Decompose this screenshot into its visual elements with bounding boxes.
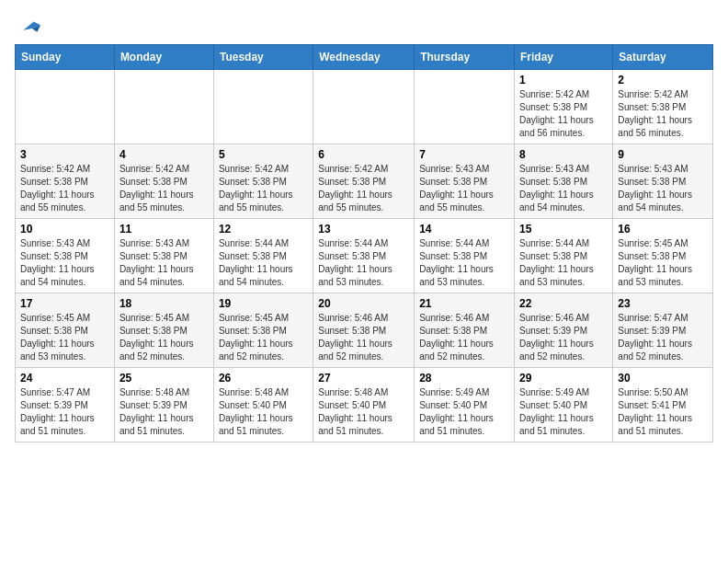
day-info: Sunrise: 5:42 AMSunset: 5:38 PMDaylight:… (318, 163, 409, 214)
day-number: 9 (618, 148, 708, 161)
calendar-cell: 8Sunrise: 5:43 AMSunset: 5:38 PMDaylight… (515, 144, 613, 219)
weekday-header-tuesday: Tuesday (213, 45, 313, 70)
day-number: 2 (618, 74, 708, 86)
calendar-header-row: SundayMondayTuesdayWednesdayThursdayFrid… (16, 45, 713, 70)
calendar-cell: 21Sunrise: 5:46 AMSunset: 5:38 PMDayligh… (415, 293, 515, 368)
calendar-cell (213, 70, 313, 144)
day-number: 23 (618, 297, 708, 310)
calendar-cell: 29Sunrise: 5:49 AMSunset: 5:40 PMDayligh… (515, 368, 613, 442)
day-number: 26 (219, 372, 308, 385)
weekday-header-saturday: Saturday (613, 45, 713, 70)
weekday-header-monday: Monday (114, 45, 213, 70)
calendar-cell: 30Sunrise: 5:50 AMSunset: 5:41 PMDayligh… (613, 368, 713, 442)
day-info: Sunrise: 5:46 AMSunset: 5:38 PMDaylight:… (419, 312, 509, 363)
day-number: 29 (519, 372, 608, 385)
calendar-cell: 7Sunrise: 5:43 AMSunset: 5:38 PMDaylight… (415, 144, 515, 219)
calendar-cell: 17Sunrise: 5:45 AMSunset: 5:38 PMDayligh… (16, 293, 115, 368)
day-number: 21 (419, 297, 509, 310)
weekday-header-sunday: Sunday (16, 45, 115, 70)
calendar-cell: 9Sunrise: 5:43 AMSunset: 5:38 PMDaylight… (613, 144, 713, 219)
page-header (15, 15, 713, 37)
day-info: Sunrise: 5:42 AMSunset: 5:38 PMDaylight:… (219, 163, 308, 214)
day-info: Sunrise: 5:43 AMSunset: 5:38 PMDaylight:… (20, 237, 109, 289)
calendar-table: SundayMondayTuesdayWednesdayThursdayFrid… (15, 44, 713, 442)
calendar-cell (313, 70, 415, 144)
day-number: 1 (519, 74, 608, 86)
calendar-cell: 15Sunrise: 5:44 AMSunset: 5:38 PMDayligh… (515, 219, 613, 293)
calendar-week-5: 24Sunrise: 5:47 AMSunset: 5:39 PMDayligh… (16, 368, 713, 442)
weekday-header-thursday: Thursday (415, 45, 515, 70)
day-number: 15 (519, 223, 608, 236)
calendar-week-2: 3Sunrise: 5:42 AMSunset: 5:38 PMDaylight… (16, 144, 713, 219)
day-number: 16 (618, 223, 708, 236)
day-number: 18 (119, 297, 209, 310)
day-info: Sunrise: 5:42 AMSunset: 5:38 PMDaylight:… (618, 88, 708, 140)
day-number: 13 (318, 223, 409, 236)
calendar-cell: 18Sunrise: 5:45 AMSunset: 5:38 PMDayligh… (114, 293, 213, 368)
day-info: Sunrise: 5:43 AMSunset: 5:38 PMDaylight:… (419, 163, 509, 214)
day-info: Sunrise: 5:44 AMSunset: 5:38 PMDaylight:… (219, 237, 308, 289)
calendar-cell (114, 70, 213, 144)
day-number: 7 (419, 148, 509, 161)
calendar-cell: 13Sunrise: 5:44 AMSunset: 5:38 PMDayligh… (313, 219, 415, 293)
day-info: Sunrise: 5:47 AMSunset: 5:39 PMDaylight:… (20, 386, 109, 438)
day-info: Sunrise: 5:42 AMSunset: 5:38 PMDaylight:… (20, 163, 109, 214)
day-info: Sunrise: 5:42 AMSunset: 5:38 PMDaylight:… (519, 88, 608, 140)
calendar-cell: 1Sunrise: 5:42 AMSunset: 5:38 PMDaylight… (515, 70, 613, 144)
day-info: Sunrise: 5:50 AMSunset: 5:41 PMDaylight:… (618, 386, 708, 438)
day-number: 3 (20, 148, 109, 161)
calendar-week-1: 1Sunrise: 5:42 AMSunset: 5:38 PMDaylight… (16, 70, 713, 144)
day-info: Sunrise: 5:46 AMSunset: 5:39 PMDaylight:… (519, 312, 608, 363)
day-number: 6 (318, 148, 409, 161)
day-info: Sunrise: 5:47 AMSunset: 5:39 PMDaylight:… (618, 312, 708, 363)
day-info: Sunrise: 5:43 AMSunset: 5:38 PMDaylight:… (119, 237, 209, 289)
day-info: Sunrise: 5:49 AMSunset: 5:40 PMDaylight:… (419, 386, 509, 438)
day-info: Sunrise: 5:42 AMSunset: 5:38 PMDaylight:… (119, 163, 209, 214)
day-info: Sunrise: 5:44 AMSunset: 5:38 PMDaylight:… (318, 237, 409, 289)
calendar-week-3: 10Sunrise: 5:43 AMSunset: 5:38 PMDayligh… (16, 219, 713, 293)
calendar-cell: 14Sunrise: 5:44 AMSunset: 5:38 PMDayligh… (415, 219, 515, 293)
weekday-header-friday: Friday (515, 45, 613, 70)
calendar-cell: 2Sunrise: 5:42 AMSunset: 5:38 PMDaylight… (613, 70, 713, 144)
calendar-cell: 23Sunrise: 5:47 AMSunset: 5:39 PMDayligh… (613, 293, 713, 368)
calendar-week-4: 17Sunrise: 5:45 AMSunset: 5:38 PMDayligh… (16, 293, 713, 368)
day-number: 14 (419, 223, 509, 236)
calendar-cell: 24Sunrise: 5:47 AMSunset: 5:39 PMDayligh… (16, 368, 115, 442)
calendar-cell (415, 70, 515, 144)
day-number: 17 (20, 297, 109, 310)
day-number: 10 (20, 223, 109, 236)
day-info: Sunrise: 5:45 AMSunset: 5:38 PMDaylight:… (20, 312, 109, 363)
calendar-cell: 19Sunrise: 5:45 AMSunset: 5:38 PMDayligh… (213, 293, 313, 368)
calendar-cell (16, 70, 115, 144)
calendar-cell: 27Sunrise: 5:48 AMSunset: 5:40 PMDayligh… (313, 368, 415, 442)
day-number: 19 (219, 297, 308, 310)
day-info: Sunrise: 5:49 AMSunset: 5:40 PMDaylight:… (519, 386, 608, 438)
logo (15, 15, 42, 37)
day-info: Sunrise: 5:43 AMSunset: 5:38 PMDaylight:… (519, 163, 608, 214)
calendar-cell: 6Sunrise: 5:42 AMSunset: 5:38 PMDaylight… (313, 144, 415, 219)
day-number: 22 (519, 297, 608, 310)
calendar-cell: 26Sunrise: 5:48 AMSunset: 5:40 PMDayligh… (213, 368, 313, 442)
calendar-cell: 12Sunrise: 5:44 AMSunset: 5:38 PMDayligh… (213, 219, 313, 293)
day-number: 24 (20, 372, 109, 385)
weekday-header-wednesday: Wednesday (313, 45, 415, 70)
calendar-cell: 11Sunrise: 5:43 AMSunset: 5:38 PMDayligh… (114, 219, 213, 293)
calendar-cell: 20Sunrise: 5:46 AMSunset: 5:38 PMDayligh… (313, 293, 415, 368)
day-number: 20 (318, 297, 409, 310)
day-info: Sunrise: 5:45 AMSunset: 5:38 PMDaylight:… (119, 312, 209, 363)
calendar-cell: 25Sunrise: 5:48 AMSunset: 5:39 PMDayligh… (114, 368, 213, 442)
day-number: 8 (519, 148, 608, 161)
day-number: 4 (119, 148, 209, 161)
day-info: Sunrise: 5:48 AMSunset: 5:40 PMDaylight:… (318, 386, 409, 438)
day-number: 5 (219, 148, 308, 161)
day-info: Sunrise: 5:46 AMSunset: 5:38 PMDaylight:… (318, 312, 409, 363)
calendar-cell: 3Sunrise: 5:42 AMSunset: 5:38 PMDaylight… (16, 144, 115, 219)
day-number: 28 (419, 372, 509, 385)
calendar-cell: 22Sunrise: 5:46 AMSunset: 5:39 PMDayligh… (515, 293, 613, 368)
day-info: Sunrise: 5:44 AMSunset: 5:38 PMDaylight:… (519, 237, 608, 289)
calendar-cell: 4Sunrise: 5:42 AMSunset: 5:38 PMDaylight… (114, 144, 213, 219)
day-number: 25 (119, 372, 209, 385)
day-number: 27 (318, 372, 409, 385)
day-number: 30 (618, 372, 708, 385)
calendar-cell: 10Sunrise: 5:43 AMSunset: 5:38 PMDayligh… (16, 219, 115, 293)
